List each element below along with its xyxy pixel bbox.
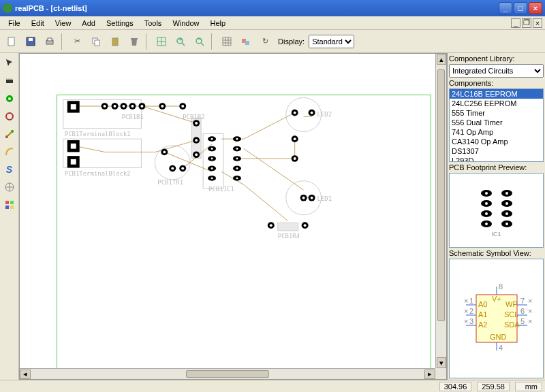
refresh-button[interactable]: ↻ bbox=[256, 33, 274, 50]
menu-edit[interactable]: Edit bbox=[26, 18, 50, 29]
footprint-preview: IC1 bbox=[449, 173, 544, 248]
svg-text:5: 5 bbox=[520, 317, 525, 325]
svg-point-90 bbox=[236, 148, 238, 150]
svg-point-76 bbox=[181, 167, 184, 170]
library-select[interactable]: Integrated Circuits bbox=[449, 64, 544, 78]
tool-ic[interactable] bbox=[2, 74, 17, 88]
component-option[interactable]: 556 Dual Timer bbox=[450, 118, 543, 127]
symbol-view: 8V+ 4GND ×1A0 ×2A1 ×3A2 ×7WP ×6SCL ×5SDA bbox=[449, 259, 544, 378]
save-button[interactable] bbox=[22, 33, 40, 50]
delete-button[interactable] bbox=[125, 33, 143, 50]
minimize-button[interactable]: _ bbox=[499, 2, 512, 14]
menu-window[interactable]: Window bbox=[167, 18, 204, 29]
grid-button[interactable] bbox=[218, 33, 236, 50]
svg-text:PCB1IC1: PCB1IC1 bbox=[208, 186, 234, 193]
components-listbox[interactable]: 24LC16B EEPROM24LC256 EEPROM555 Timer556… bbox=[449, 88, 544, 162]
mdi-minimize-button[interactable]: _ bbox=[511, 18, 520, 28]
zoom-in-button[interactable]: + bbox=[172, 33, 189, 50]
menu-bar: File Edit View Add Settings Tools Window… bbox=[0, 16, 545, 30]
svg-rect-7 bbox=[112, 38, 118, 46]
tool-silk[interactable]: S bbox=[2, 162, 17, 177]
mdi-restore-button[interactable]: ❐ bbox=[522, 18, 531, 28]
svg-text:×: × bbox=[464, 307, 468, 315]
svg-text:6: 6 bbox=[520, 307, 525, 315]
cut-button[interactable]: ✂ bbox=[68, 33, 86, 50]
tool-via[interactable] bbox=[2, 109, 17, 124]
terminal-block-1 bbox=[67, 101, 186, 112]
svg-point-102 bbox=[294, 157, 296, 160]
menu-settings[interactable]: Settings bbox=[101, 18, 139, 29]
tool-track[interactable] bbox=[2, 127, 17, 142]
svg-text:SCL: SCL bbox=[504, 310, 518, 318]
new-button[interactable] bbox=[3, 33, 20, 50]
menu-view[interactable]: View bbox=[50, 18, 77, 29]
svg-point-80 bbox=[211, 148, 213, 150]
scrollbar-horizontal[interactable]: ◂▸ bbox=[20, 368, 435, 379]
svg-point-78 bbox=[211, 138, 213, 140]
svg-rect-20 bbox=[6, 80, 13, 83]
svg-point-74 bbox=[171, 167, 174, 170]
svg-rect-44 bbox=[278, 223, 298, 231]
menu-tools[interactable]: Tools bbox=[139, 18, 168, 29]
svg-rect-35 bbox=[5, 206, 9, 209]
component-option[interactable]: 24LC256 EEPROM bbox=[450, 99, 543, 108]
svg-text:−: − bbox=[198, 36, 202, 44]
component-option[interactable]: L293D bbox=[450, 156, 543, 162]
svg-rect-4 bbox=[48, 38, 52, 41]
status-unit: mm bbox=[515, 382, 542, 391]
canvas-area[interactable]: PCB1TerminalBlock1 PCB1TerminalBlock2 PC… bbox=[19, 53, 447, 380]
close-button[interactable]: × bbox=[529, 2, 542, 14]
svg-text:7: 7 bbox=[520, 297, 525, 305]
svg-point-108 bbox=[311, 197, 313, 199]
component-option[interactable]: DS1307 bbox=[450, 146, 543, 156]
svg-text:V+: V+ bbox=[492, 295, 501, 303]
svg-text:GND: GND bbox=[490, 333, 507, 341]
svg-text:WP: WP bbox=[505, 300, 518, 308]
menu-file[interactable]: File bbox=[3, 18, 26, 29]
svg-point-54 bbox=[131, 105, 134, 108]
svg-point-104 bbox=[294, 137, 296, 140]
zoom-out-button[interactable]: − bbox=[191, 33, 208, 50]
menu-help[interactable]: Help bbox=[205, 18, 232, 29]
svg-point-106 bbox=[302, 197, 305, 199]
svg-point-98 bbox=[294, 112, 296, 114]
display-select[interactable]: Standard bbox=[309, 35, 354, 48]
svg-text:PCB1TR1: PCB1TR1 bbox=[157, 180, 183, 186]
svg-text:SDA: SDA bbox=[504, 321, 520, 329]
svg-text:LED2: LED2 bbox=[317, 112, 332, 118]
scrollbar-vertical[interactable]: ▴▾ bbox=[435, 54, 446, 368]
copy-button[interactable] bbox=[87, 33, 105, 50]
layers-button[interactable] bbox=[237, 33, 255, 50]
zoom-area-button[interactable] bbox=[153, 33, 170, 50]
tool-measure[interactable] bbox=[2, 180, 17, 195]
svg-rect-36 bbox=[10, 206, 14, 209]
tool-select[interactable] bbox=[2, 56, 17, 71]
svg-rect-8 bbox=[131, 38, 138, 39]
component-option[interactable]: 741 Op Amp bbox=[450, 127, 543, 137]
component-option[interactable]: 555 Timer bbox=[450, 108, 543, 118]
svg-text:PCB1B1: PCB1B1 bbox=[122, 114, 144, 120]
tool-origin[interactable] bbox=[2, 197, 17, 212]
window-title: realPCB - [ct-netlist] bbox=[15, 4, 497, 12]
svg-text:1: 1 bbox=[469, 297, 473, 305]
component-option[interactable]: 24LC16B EEPROM bbox=[450, 89, 543, 99]
footprint-ref: IC1 bbox=[491, 231, 501, 238]
svg-text:×: × bbox=[464, 317, 468, 325]
status-x: 304.96 bbox=[439, 382, 472, 391]
components-label: Components: bbox=[449, 79, 544, 87]
mdi-close-button[interactable]: × bbox=[533, 18, 542, 28]
svg-point-92 bbox=[236, 158, 238, 160]
svg-point-50 bbox=[114, 105, 116, 108]
maximize-button[interactable]: □ bbox=[514, 2, 527, 14]
svg-point-94 bbox=[236, 167, 238, 169]
print-button[interactable] bbox=[41, 33, 59, 50]
svg-text:×: × bbox=[528, 297, 532, 305]
paste-button[interactable] bbox=[106, 33, 124, 50]
svg-text:8: 8 bbox=[499, 282, 503, 291]
component-option[interactable]: CA3140 Op Amp bbox=[450, 137, 543, 146]
tool-pad[interactable] bbox=[2, 91, 17, 106]
svg-rect-46 bbox=[71, 104, 76, 110]
footprint-label: PCB Footprint Preview: bbox=[449, 163, 544, 172]
menu-add[interactable]: Add bbox=[76, 18, 101, 29]
tool-arc[interactable] bbox=[2, 144, 17, 159]
